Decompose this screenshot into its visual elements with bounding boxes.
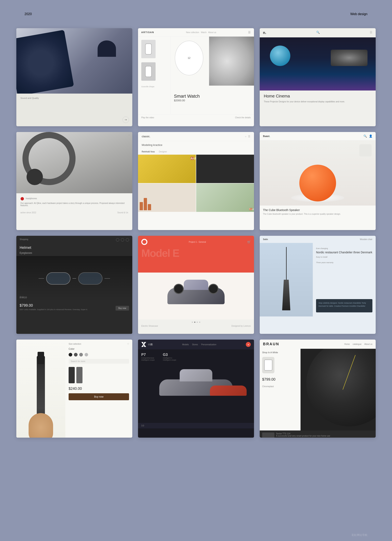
dot-2[interactable]: [194, 322, 195, 323]
dot-4[interactable]: [199, 322, 200, 323]
chandelier-desc3: Three years warranty: [316, 261, 372, 264]
watch-nav: New collection Watch About us: [186, 31, 216, 33]
glasses-price-desc: 500+ units Available. Supplied in 150 pl…: [20, 308, 129, 311]
xpeng-notification[interactable]: ●: [246, 342, 251, 347]
speaker-product-area: [260, 140, 376, 206]
card-watch: ARTISAN New collection Watch About us ☰ …: [138, 28, 254, 126]
watch-menu-icon[interactable]: ☰: [248, 31, 251, 34]
tab-reinhold[interactable]: Reinhold Voss: [142, 151, 155, 153]
watch-brand: ARTISAN: [141, 31, 154, 33]
small-brush-thumbnails: [69, 367, 129, 383]
projector-content: Sound and Quality: [16, 94, 132, 104]
color-dot-light[interactable]: [79, 353, 83, 357]
shape-bar-2: [144, 198, 147, 210]
projector-arrow-button[interactable]: →: [123, 116, 129, 123]
archi-label: Archi: [191, 157, 194, 160]
watch-play[interactable]: Play the video: [141, 116, 154, 119]
nav-personalisation[interactable]: Personnalization: [201, 343, 217, 346]
headphones-sound-link[interactable]: Sound & Ux: [117, 211, 128, 214]
card-xpeng: 小鹏 Models Stores Personnalization ● P7 C…: [138, 339, 254, 438]
cinema-orb: [270, 46, 290, 66]
model-e-bottom: Electric Showcase Designed by Lorenzo: [138, 325, 254, 329]
braun-price: $799.00: [262, 377, 298, 382]
toothbrush-layout: Size selection ♡ Color Search for more $…: [16, 339, 132, 438]
headphones-close[interactable]: ✕: [128, 134, 130, 136]
toothbrush-price: $240.00: [69, 386, 129, 391]
chandelier-dark-desc: Stop celebrity designer. Nordic restaura…: [319, 302, 370, 307]
model-e-wheel-front: [208, 284, 218, 294]
nav-project[interactable]: Project 1 - General: [189, 241, 206, 243]
model-e-nav-dots: [138, 320, 254, 325]
small-brush-2[interactable]: [76, 367, 83, 383]
nav-stores[interactable]: Stores: [192, 343, 198, 346]
dot-1[interactable]: [192, 322, 193, 323]
headphones-description: Our approach: At Qline, each hardware pr…: [21, 202, 128, 207]
braun-nav-home[interactable]: Home: [344, 343, 350, 345]
braun-product-title: Sector TTS 114: [276, 432, 330, 435]
card-chandelier: Satin Wooden chair Ever-changing Nordic …: [260, 236, 376, 334]
glasses-subtitle: Eyeglasses: [16, 251, 132, 256]
watch-thumb-2[interactable]: [141, 62, 155, 81]
toothbrush-buy-button[interactable]: Buy now: [69, 393, 129, 400]
headphones-brand-tag: ⬤ headphones: [21, 197, 128, 200]
toothbrush-fav-icon[interactable]: ♡: [127, 343, 129, 345]
braun-nav-about[interactable]: About us: [364, 343, 372, 345]
glasses-icon-3[interactable]: [126, 238, 129, 241]
glasses-icon-1[interactable]: [116, 238, 119, 241]
chandelier-title: Nordic restaurant Chandelier three Denma…: [316, 251, 372, 254]
braun-bottom-bar: Sector TTS 114 A successful and very sma…: [260, 431, 376, 438]
speaker-cube: [359, 144, 371, 156]
headphones-image: ✕: [16, 132, 132, 193]
model-e-topbar: Project 1 - General 🛒: [138, 236, 254, 248]
cinema-logo: n.: [263, 31, 266, 35]
cinema-title: Home Cinema: [264, 94, 371, 99]
cinema-search-icon[interactable]: 🔍: [316, 31, 320, 35]
chandelier-lamp-image: [260, 243, 313, 317]
model-e-cart-icon[interactable]: 🛒: [247, 240, 251, 244]
color-dot-white[interactable]: [84, 353, 88, 357]
glasses-arm-right: [104, 278, 110, 279]
watch-check[interactable]: Check the details: [235, 116, 251, 119]
cinema-topbar: n. 🔍 ☰: [260, 28, 376, 37]
xpeng-brand: 小鹏: [148, 343, 153, 346]
model-e-logo: [141, 239, 147, 245]
color-dot-black[interactable]: [69, 353, 72, 357]
chandelier-text: Ever-changing Nordic restaurant Chandeli…: [313, 243, 376, 317]
glasses-price: $799.00: [20, 303, 129, 308]
xpeng-content: P7 Comprehensive Intelligent coupe G3 In…: [138, 349, 254, 423]
speaker-content: The Cube Bluetooth Speaker The Cube blue…: [260, 206, 376, 218]
watch-thumb-1[interactable]: [141, 40, 155, 58]
watch-topbar: ARTISAN New collection Watch About us ☰: [138, 28, 254, 36]
chandelier-desc2: Easy to install: [316, 255, 372, 258]
model-e-car-container: [138, 273, 254, 320]
glasses-nav: Shopping: [20, 238, 28, 241]
braun-chrome-label: Chromeplast: [262, 385, 298, 388]
dot-3[interactable]: [197, 322, 198, 323]
small-brush-1[interactable]: [69, 367, 75, 383]
xpeng-red-car: [210, 385, 247, 396]
glasses-buy-button[interactable]: Buy now: [116, 306, 129, 311]
nav-shopping[interactable]: Shopping: [20, 238, 28, 241]
speaker-user-icon[interactable]: 👤: [369, 135, 372, 138]
modeling-icon-1[interactable]: ○: [245, 135, 246, 138]
nav-models[interactable]: Models: [182, 343, 189, 346]
p7-label: P7: [141, 353, 155, 357]
glasses-icons: [116, 238, 129, 241]
watch-right-image: [209, 36, 254, 114]
model-e-logo-inner: [142, 240, 146, 244]
model-e-big-title: Model E: [141, 248, 179, 259]
header-year: 2020: [25, 12, 32, 16]
tab-designer[interactable]: Designer: [159, 151, 167, 153]
speaker-search-icon[interactable]: 🔍: [363, 135, 367, 138]
p7-desc: Intelligent coupe: [141, 359, 155, 361]
cinema-menu-icon[interactable]: ☰: [370, 31, 372, 35]
glasses-topbar: Shopping: [16, 236, 132, 244]
xpeng-model-p7: P7 Comprehensive Intelligent coupe: [141, 353, 155, 361]
toothbrush-search[interactable]: Search for more: [69, 359, 129, 364]
glasses-helmet-label: Helmet: [20, 246, 31, 250]
modeling-icon-2[interactable]: ☰: [248, 135, 250, 138]
color-dot-gray[interactable]: [74, 353, 77, 357]
collage-dark: [196, 155, 254, 183]
glasses-icon-2[interactable]: [121, 238, 124, 241]
braun-nav-catalogue[interactable]: catalogue: [353, 343, 361, 345]
